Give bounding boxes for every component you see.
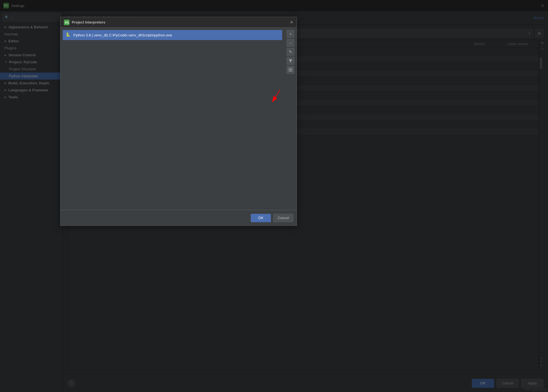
svg-rect-6 (291, 70, 292, 71)
modal-cancel-button[interactable]: Cancel (273, 214, 293, 222)
modal-overlay: PC Project Interpreters ✕ 🐍 Python 3.8 (… (0, 0, 548, 392)
modal-content: 🐍 Python 3.8 (.venv_dl) C:\PyCode\.venv_… (61, 28, 297, 210)
svg-rect-3 (289, 68, 291, 69)
svg-line-8 (275, 90, 280, 97)
modal-title: Project Interpreters (72, 20, 290, 24)
interpreter-list: 🐍 Python 3.8 (.venv_dl) C:\PyCode\.venv_… (63, 30, 282, 40)
python-icon: 🐍 (66, 32, 71, 38)
modal-title-bar: PC Project Interpreters ✕ (61, 17, 297, 28)
svg-rect-4 (291, 68, 292, 69)
svg-marker-2 (289, 59, 292, 62)
edit-interpreter-button[interactable]: ✎ (287, 48, 294, 56)
remove-interpreter-button[interactable]: − (287, 39, 294, 47)
show-paths-button[interactable] (287, 66, 294, 74)
svg-text:PC: PC (65, 21, 69, 24)
modal-app-icon: PC (64, 20, 69, 25)
svg-rect-5 (289, 70, 291, 71)
modal-close-button[interactable]: ✕ (290, 20, 293, 25)
red-arrow-annotation (265, 87, 282, 103)
filter-button[interactable] (287, 57, 294, 65)
interpreter-list-item[interactable]: 🐍 Python 3.8 (.venv_dl) C:\PyCode\.venv_… (63, 30, 282, 40)
modal-side-buttons: + − ✎ (287, 30, 294, 74)
interpreter-item-label: Python 3.8 (.venv_dl) C:\PyCode\.venv_dl… (73, 33, 172, 37)
project-interpreters-dialog: PC Project Interpreters ✕ 🐍 Python 3.8 (… (60, 17, 297, 226)
settings-window: PC Settings ✕ 🔍 Q... ▶ Appearance & Beha… (0, 0, 548, 392)
add-interpreter-button[interactable]: + (287, 30, 294, 38)
modal-ok-button[interactable]: OK (251, 214, 271, 222)
modal-footer: OK Cancel (61, 210, 297, 226)
